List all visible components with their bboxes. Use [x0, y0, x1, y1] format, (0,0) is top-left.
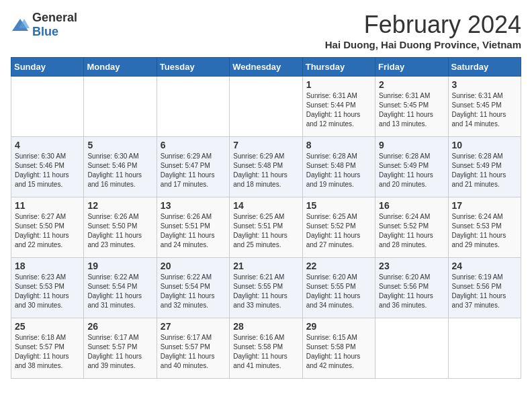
- day-info: Sunrise: 6:22 AM Sunset: 5:54 PM Dayligh…: [161, 273, 226, 310]
- day-number: 19: [87, 261, 152, 271]
- calendar-cell: 20Sunrise: 6:22 AM Sunset: 5:54 PM Dayli…: [157, 258, 229, 318]
- day-number: 20: [161, 261, 226, 271]
- day-number: 3: [452, 79, 517, 90]
- calendar-cell: [84, 77, 157, 137]
- day-number: 5: [87, 140, 152, 150]
- day-number: 26: [87, 321, 152, 332]
- day-info: Sunrise: 6:17 AM Sunset: 5:57 PM Dayligh…: [161, 333, 226, 371]
- col-header-tuesday: Tuesday: [157, 58, 229, 77]
- day-number: 6: [161, 140, 226, 150]
- day-number: 11: [15, 200, 80, 211]
- day-number: 7: [233, 140, 298, 150]
- calendar-cell: 28Sunrise: 6:16 AM Sunset: 5:58 PM Dayli…: [230, 318, 302, 379]
- day-number: 27: [161, 321, 226, 332]
- col-header-saturday: Saturday: [448, 58, 521, 77]
- col-header-friday: Friday: [375, 58, 448, 77]
- calendar-cell: 3Sunrise: 6:31 AM Sunset: 5:45 PM Daylig…: [448, 77, 521, 137]
- day-number: 2: [379, 79, 444, 90]
- day-info: Sunrise: 6:24 AM Sunset: 5:52 PM Dayligh…: [379, 212, 444, 250]
- logo-blue: Blue: [32, 25, 58, 38]
- calendar-cell: [448, 318, 521, 379]
- day-info: Sunrise: 6:15 AM Sunset: 5:58 PM Dayligh…: [306, 333, 371, 371]
- day-info: Sunrise: 6:22 AM Sunset: 5:54 PM Dayligh…: [87, 273, 152, 310]
- day-number: 25: [15, 321, 80, 332]
- day-number: 1: [306, 79, 371, 90]
- calendar-cell: 21Sunrise: 6:21 AM Sunset: 5:55 PM Dayli…: [230, 258, 302, 318]
- day-info: Sunrise: 6:30 AM Sunset: 5:46 PM Dayligh…: [87, 152, 152, 189]
- calendar-cell: 29Sunrise: 6:15 AM Sunset: 5:58 PM Dayli…: [302, 318, 375, 379]
- week-row-1: 4Sunrise: 6:30 AM Sunset: 5:46 PM Daylig…: [11, 137, 521, 197]
- day-number: 14: [233, 200, 298, 211]
- day-info: Sunrise: 6:16 AM Sunset: 5:58 PM Dayligh…: [233, 333, 298, 371]
- day-info: Sunrise: 6:31 AM Sunset: 5:44 PM Dayligh…: [306, 91, 371, 129]
- day-number: 29: [306, 321, 371, 332]
- calendar-cell: 22Sunrise: 6:20 AM Sunset: 5:55 PM Dayli…: [302, 258, 375, 318]
- calendar-cell: 25Sunrise: 6:18 AM Sunset: 5:57 PM Dayli…: [11, 318, 84, 379]
- calendar-cell: [11, 77, 84, 137]
- calendar-subtitle: Hai Duong, Hai Duong Province, Vietnam: [325, 39, 521, 50]
- calendar-cell: [375, 318, 448, 379]
- day-info: Sunrise: 6:30 AM Sunset: 5:46 PM Dayligh…: [15, 152, 80, 189]
- day-info: Sunrise: 6:27 AM Sunset: 5:50 PM Dayligh…: [15, 212, 80, 250]
- calendar-table: SundayMondayTuesdayWednesdayThursdayFrid…: [11, 57, 521, 379]
- calendar-cell: 24Sunrise: 6:19 AM Sunset: 5:56 PM Dayli…: [448, 258, 521, 318]
- calendar-cell: 27Sunrise: 6:17 AM Sunset: 5:57 PM Dayli…: [157, 318, 229, 379]
- col-header-sunday: Sunday: [11, 58, 84, 77]
- day-number: 24: [452, 261, 517, 271]
- calendar-title: February 2024: [325, 11, 521, 39]
- day-number: 15: [306, 200, 371, 211]
- day-info: Sunrise: 6:25 AM Sunset: 5:51 PM Dayligh…: [233, 212, 298, 250]
- calendar-cell: [230, 77, 302, 137]
- title-area: February 2024 Hai Duong, Hai Duong Provi…: [325, 11, 521, 50]
- day-number: 18: [15, 261, 80, 271]
- day-info: Sunrise: 6:26 AM Sunset: 5:51 PM Dayligh…: [161, 212, 226, 250]
- day-info: Sunrise: 6:28 AM Sunset: 5:48 PM Dayligh…: [306, 152, 371, 189]
- day-info: Sunrise: 6:17 AM Sunset: 5:57 PM Dayligh…: [87, 333, 152, 371]
- calendar-cell: 7Sunrise: 6:29 AM Sunset: 5:48 PM Daylig…: [230, 137, 302, 197]
- day-info: Sunrise: 6:31 AM Sunset: 5:45 PM Dayligh…: [379, 91, 444, 129]
- day-number: 8: [306, 140, 371, 150]
- day-number: 9: [379, 140, 444, 150]
- week-row-2: 11Sunrise: 6:27 AM Sunset: 5:50 PM Dayli…: [11, 197, 521, 258]
- day-number: 16: [379, 200, 444, 211]
- calendar-cell: 4Sunrise: 6:30 AM Sunset: 5:46 PM Daylig…: [11, 137, 84, 197]
- day-number: 4: [15, 140, 80, 150]
- calendar-cell: 11Sunrise: 6:27 AM Sunset: 5:50 PM Dayli…: [11, 197, 84, 258]
- day-number: 12: [87, 200, 152, 211]
- day-info: Sunrise: 6:29 AM Sunset: 5:48 PM Dayligh…: [233, 152, 298, 189]
- calendar-cell: 23Sunrise: 6:20 AM Sunset: 5:56 PM Dayli…: [375, 258, 448, 318]
- week-row-3: 18Sunrise: 6:23 AM Sunset: 5:53 PM Dayli…: [11, 258, 521, 318]
- day-info: Sunrise: 6:28 AM Sunset: 5:49 PM Dayligh…: [379, 152, 444, 189]
- calendar-cell: 26Sunrise: 6:17 AM Sunset: 5:57 PM Dayli…: [84, 318, 157, 379]
- calendar-cell: 16Sunrise: 6:24 AM Sunset: 5:52 PM Dayli…: [375, 197, 448, 258]
- day-info: Sunrise: 6:24 AM Sunset: 5:53 PM Dayligh…: [452, 212, 517, 250]
- day-info: Sunrise: 6:23 AM Sunset: 5:53 PM Dayligh…: [15, 273, 80, 310]
- day-info: Sunrise: 6:29 AM Sunset: 5:47 PM Dayligh…: [161, 152, 226, 189]
- day-info: Sunrise: 6:18 AM Sunset: 5:57 PM Dayligh…: [15, 333, 80, 371]
- day-info: Sunrise: 6:19 AM Sunset: 5:56 PM Dayligh…: [452, 273, 517, 310]
- week-row-0: 1Sunrise: 6:31 AM Sunset: 5:44 PM Daylig…: [11, 77, 521, 137]
- day-info: Sunrise: 6:21 AM Sunset: 5:55 PM Dayligh…: [233, 273, 298, 310]
- day-info: Sunrise: 6:28 AM Sunset: 5:49 PM Dayligh…: [452, 152, 517, 189]
- calendar-cell: 1Sunrise: 6:31 AM Sunset: 5:44 PM Daylig…: [302, 77, 375, 137]
- logo: General Blue: [11, 11, 77, 39]
- calendar-cell: 8Sunrise: 6:28 AM Sunset: 5:48 PM Daylig…: [302, 137, 375, 197]
- calendar-cell: 19Sunrise: 6:22 AM Sunset: 5:54 PM Dayli…: [84, 258, 157, 318]
- calendar-cell: 18Sunrise: 6:23 AM Sunset: 5:53 PM Dayli…: [11, 258, 84, 318]
- day-info: Sunrise: 6:31 AM Sunset: 5:45 PM Dayligh…: [452, 91, 517, 129]
- day-number: 28: [233, 321, 298, 332]
- day-number: 17: [452, 200, 517, 211]
- day-number: 22: [306, 261, 371, 271]
- calendar-cell: 13Sunrise: 6:26 AM Sunset: 5:51 PM Dayli…: [157, 197, 229, 258]
- calendar-cell: [157, 77, 229, 137]
- col-header-thursday: Thursday: [302, 58, 375, 77]
- col-header-wednesday: Wednesday: [230, 58, 302, 77]
- calendar-cell: 10Sunrise: 6:28 AM Sunset: 5:49 PM Dayli…: [448, 137, 521, 197]
- calendar-cell: 2Sunrise: 6:31 AM Sunset: 5:45 PM Daylig…: [375, 77, 448, 137]
- day-number: 21: [233, 261, 298, 271]
- day-number: 13: [161, 200, 226, 211]
- day-info: Sunrise: 6:26 AM Sunset: 5:50 PM Dayligh…: [87, 212, 152, 250]
- calendar-cell: 15Sunrise: 6:25 AM Sunset: 5:52 PM Dayli…: [302, 197, 375, 258]
- day-info: Sunrise: 6:20 AM Sunset: 5:55 PM Dayligh…: [306, 273, 371, 310]
- calendar-header-row: SundayMondayTuesdayWednesdayThursdayFrid…: [11, 58, 521, 77]
